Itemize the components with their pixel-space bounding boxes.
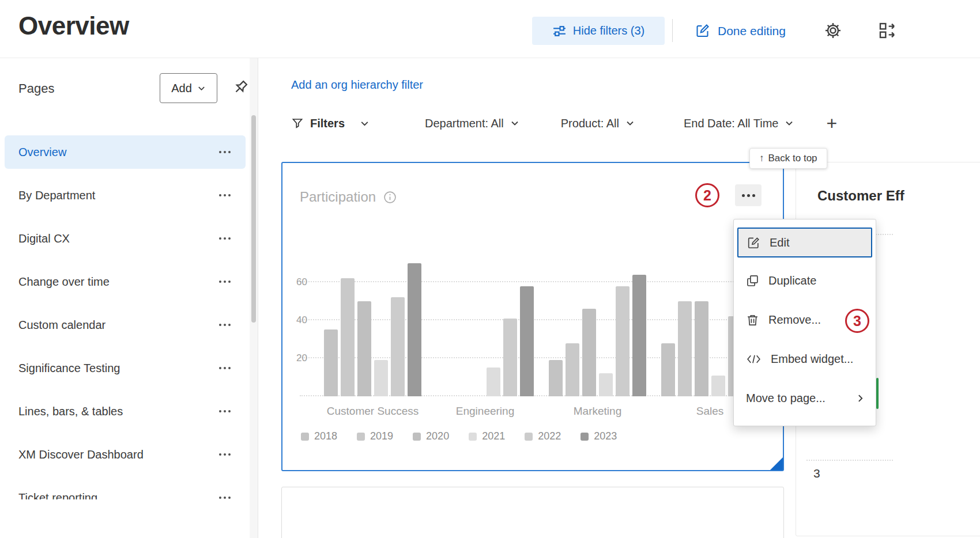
page-options-icon[interactable] [219, 151, 231, 153]
pencil-square-icon [695, 23, 710, 39]
chevron-down-icon [510, 119, 519, 128]
sidebar-item-significance-testing[interactable]: Significance Testing [5, 351, 246, 385]
page-label: Ticket reporting [18, 491, 97, 500]
back-to-top-label: Back to top [768, 153, 817, 164]
legend-swatch [581, 433, 589, 441]
menu-item-embed-widget[interactable]: Embed widget... [734, 339, 876, 378]
filter-chip-label: Product: All [561, 117, 619, 130]
chart-legend: 201820192020202120222023 [301, 430, 617, 442]
participation-bar-chart: 204060 [321, 261, 778, 396]
arrange-widgets-button[interactable] [877, 21, 897, 40]
filter-chip-end-date[interactable]: End Date: All Time [684, 117, 794, 130]
bar-marketing-2019[interactable] [566, 343, 579, 396]
page-label: XM Discover Dashboard [18, 448, 144, 461]
legend-label: 2020 [426, 430, 449, 442]
bar-marketing-2022[interactable] [616, 286, 630, 396]
sidebar-item-xm-discover-dashboard[interactable]: XM Discover Dashboard [5, 438, 246, 471]
legend-swatch [301, 433, 309, 441]
bar-marketing-2021[interactable] [599, 373, 613, 396]
page-label: By Department [18, 189, 95, 202]
legend-item-2019[interactable]: 2019 [357, 430, 393, 442]
filter-chip-label: End Date: All Time [684, 117, 779, 130]
settings-button[interactable] [823, 21, 843, 40]
widget-title: Participation [300, 189, 376, 205]
bar-marketing-2020[interactable] [582, 309, 596, 396]
page-options-icon[interactable] [219, 410, 231, 412]
legend-label: 2019 [370, 430, 393, 442]
sidebar-item-ticket-reporting[interactable]: Ticket reporting [5, 481, 246, 499]
participation-widget[interactable]: Participation 204060 Customer SuccessEng… [281, 162, 784, 471]
bar-customer-success-2019[interactable] [341, 278, 355, 396]
bar-customer-success-2018[interactable] [324, 329, 338, 396]
widget-resize-handle[interactable] [770, 457, 783, 470]
bar-customer-success-2021[interactable] [374, 360, 388, 396]
menu-item-label: Edit [770, 236, 789, 249]
menu-item-label: Remove... [768, 313, 821, 327]
bar-engineering-2021[interactable] [487, 367, 500, 396]
done-editing-label: Done editing [718, 24, 786, 38]
bar-sales-2021[interactable] [711, 376, 725, 396]
filter-chip-department[interactable]: Department: All [425, 117, 519, 130]
sidebar-item-custom-calendar[interactable]: Custom calendar [5, 308, 246, 342]
arrange-widgets-icon [878, 21, 896, 40]
hide-filters-button[interactable]: Hide filters (3) [532, 17, 665, 45]
x-axis-labels: Customer SuccessEngineeringMarketingSale… [321, 405, 778, 419]
back-to-top-button[interactable]: ↑ Back to top [749, 148, 827, 169]
legend-item-2022[interactable]: 2022 [525, 430, 561, 442]
trash-icon [746, 313, 759, 327]
bar-sales-2020[interactable] [695, 301, 708, 396]
bar-marketing-2023[interactable] [632, 275, 646, 396]
sidebar-scrollbar[interactable] [251, 115, 256, 323]
legend-item-2021[interactable]: 2021 [469, 430, 505, 442]
duplicate-icon [746, 274, 759, 287]
menu-item-edit[interactable]: Edit [737, 228, 872, 257]
legend-label: 2018 [314, 430, 337, 442]
page-label: Change over time [18, 275, 110, 289]
menu-item-duplicate[interactable]: Duplicate [734, 261, 876, 300]
sidebar-item-change-over-time[interactable]: Change over time [5, 265, 246, 298]
info-icon[interactable] [383, 191, 397, 204]
next-widget-card[interactable] [281, 487, 784, 538]
bar-marketing-2018[interactable] [549, 360, 563, 396]
y-axis-tick-label: 40 [296, 315, 314, 326]
bar-engineering-2023[interactable] [520, 286, 534, 396]
page-options-icon[interactable] [219, 367, 231, 369]
page-list: OverviewBy DepartmentDigital CXChange ov… [5, 135, 246, 499]
add-page-button[interactable]: Add [160, 73, 217, 103]
filter-chip-product[interactable]: Product: All [561, 117, 635, 130]
sidebar-item-digital-cx[interactable]: Digital CX [5, 222, 246, 255]
bar-customer-success-2022[interactable] [391, 297, 405, 396]
done-editing-button[interactable]: Done editing [695, 17, 786, 45]
bar-customer-success-2020[interactable] [357, 301, 371, 396]
page-options-icon[interactable] [219, 281, 231, 283]
page-options-icon[interactable] [219, 324, 231, 326]
menu-item-label: Duplicate [768, 274, 816, 287]
page-options-icon[interactable] [219, 453, 231, 456]
legend-item-2023[interactable]: 2023 [581, 430, 617, 442]
page-label: Digital CX [18, 232, 70, 245]
add-org-hierarchy-filter-link[interactable]: Add an org hierarchy filter [291, 78, 423, 92]
widget-options-button[interactable] [735, 184, 762, 206]
sidebar-item-lines-bars-tables[interactable]: Lines, bars, & tables [5, 395, 246, 428]
chevron-down-icon [197, 84, 206, 93]
filter-sliders-icon [552, 24, 567, 38]
legend-item-2018[interactable]: 2018 [301, 430, 337, 442]
page-options-icon[interactable] [219, 237, 231, 240]
page-options-icon[interactable] [219, 194, 231, 196]
bar-sales-2018[interactable] [661, 343, 675, 396]
filters-toggle[interactable]: Filters [292, 117, 345, 130]
bar-customer-success-2023[interactable] [408, 263, 421, 396]
header-divider [672, 19, 673, 42]
gear-icon [824, 22, 842, 39]
arrow-up-icon: ↑ [759, 153, 764, 164]
sidebar-item-by-department[interactable]: By Department [5, 179, 246, 212]
legend-item-2020[interactable]: 2020 [413, 430, 449, 442]
add-filter-button[interactable]: + [826, 114, 837, 132]
bar-sales-2019[interactable] [678, 301, 692, 396]
y-axis-tick-label: 60 [296, 276, 314, 288]
menu-item-move-to-page[interactable]: Move to page... [734, 378, 876, 418]
page-options-icon[interactable] [219, 497, 231, 499]
bar-engineering-2022[interactable] [503, 319, 517, 396]
sidebar-item-overview[interactable]: Overview [5, 135, 246, 169]
chevron-down-icon[interactable] [360, 119, 370, 128]
